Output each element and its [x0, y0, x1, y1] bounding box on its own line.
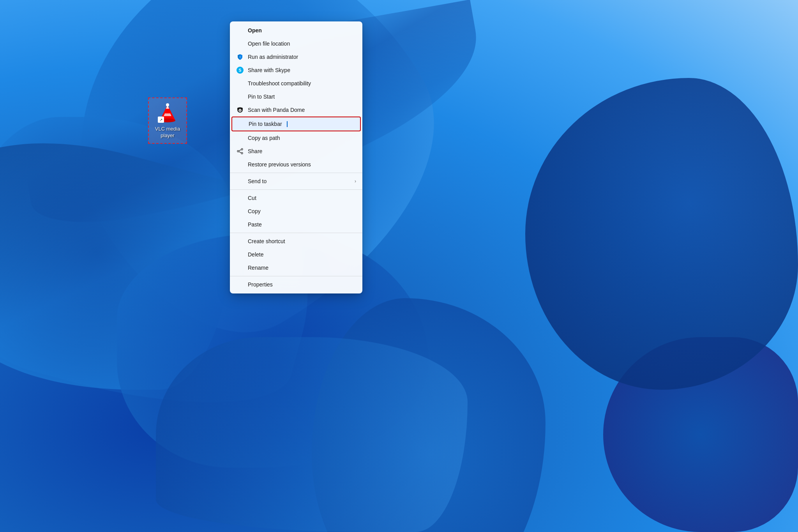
- svg-point-12: [237, 150, 239, 152]
- desktop-background: [0, 0, 798, 532]
- menu-item-rename[interactable]: Rename: [230, 261, 362, 274]
- panda-icon: [236, 106, 244, 114]
- separator-4: [230, 276, 362, 276]
- copy-path-icon: [236, 134, 244, 142]
- shortcut-icon: [236, 237, 244, 245]
- skype-logo: S: [237, 67, 244, 74]
- send-to-icon: [236, 177, 244, 185]
- svg-line-15: [239, 152, 241, 153]
- menu-item-open-file-location[interactable]: Open file location: [230, 37, 362, 50]
- menu-item-restore-versions[interactable]: Restore previous versions: [230, 158, 362, 171]
- folder-icon: [236, 40, 244, 48]
- menu-item-pin-start[interactable]: Pin to Start: [230, 90, 362, 103]
- menu-item-copy[interactable]: Copy: [230, 205, 362, 218]
- svg-marker-2: [164, 113, 171, 116]
- separator-1: [230, 173, 362, 173]
- copy-icon: [236, 207, 244, 215]
- svg-point-4: [166, 103, 169, 106]
- menu-item-pin-taskbar[interactable]: Pin to taskbar: [231, 117, 361, 131]
- menu-item-share-skype[interactable]: S Share with Skype: [230, 64, 362, 77]
- svg-point-13: [241, 152, 243, 154]
- svg-point-10: [240, 110, 241, 111]
- svg-text:!: !: [240, 56, 240, 58]
- menu-item-delete[interactable]: Delete: [230, 248, 362, 261]
- share-icon: [236, 147, 244, 155]
- menu-item-run-as-admin[interactable]: ! Run as administrator: [230, 50, 362, 64]
- menu-item-create-shortcut[interactable]: Create shortcut: [230, 235, 362, 248]
- properties-icon: [236, 281, 244, 288]
- shield-icon: !: [236, 53, 244, 61]
- pin-taskbar-icon: [237, 120, 245, 128]
- menu-item-share[interactable]: Share: [230, 145, 362, 158]
- shortcut-arrow: ↗: [158, 117, 164, 123]
- wave-accent-3: [156, 337, 468, 532]
- context-menu: Open Open file location ! Run as adminis…: [230, 21, 362, 293]
- pin-start-icon: [236, 93, 244, 101]
- vlc-desktop-icon[interactable]: ↗ VLC media player: [148, 97, 187, 144]
- open-icon: [236, 27, 244, 34]
- wave-accent-4: [525, 78, 798, 390]
- menu-item-paste[interactable]: Paste: [230, 218, 362, 231]
- separator-2: [230, 189, 362, 190]
- vlc-icon-label: VLC media player: [155, 126, 180, 139]
- submenu-arrow: ›: [355, 179, 356, 184]
- menu-item-cut[interactable]: Cut: [230, 191, 362, 205]
- menu-item-troubleshoot[interactable]: Troubleshoot compatibility: [230, 77, 362, 90]
- menu-item-open[interactable]: Open: [230, 24, 362, 37]
- restore-icon: [236, 161, 244, 168]
- menu-item-copy-as-path[interactable]: Copy as path: [230, 131, 362, 145]
- separator-3: [230, 233, 362, 233]
- paste-icon: [236, 221, 244, 228]
- svg-line-14: [239, 150, 241, 151]
- text-cursor-indicator: [287, 121, 288, 127]
- cut-icon: [236, 194, 244, 202]
- svg-point-11: [241, 148, 243, 150]
- vlc-icon-graphic: ↗: [157, 102, 178, 124]
- delete-icon: [236, 251, 244, 258]
- menu-item-send-to[interactable]: Send to ›: [230, 175, 362, 188]
- rename-icon: [236, 264, 244, 272]
- skype-icon: S: [236, 66, 244, 74]
- menu-item-properties[interactable]: Properties: [230, 278, 362, 291]
- troubleshoot-icon: [236, 80, 244, 87]
- menu-item-scan-panda[interactable]: Scan with Panda Dome: [230, 103, 362, 117]
